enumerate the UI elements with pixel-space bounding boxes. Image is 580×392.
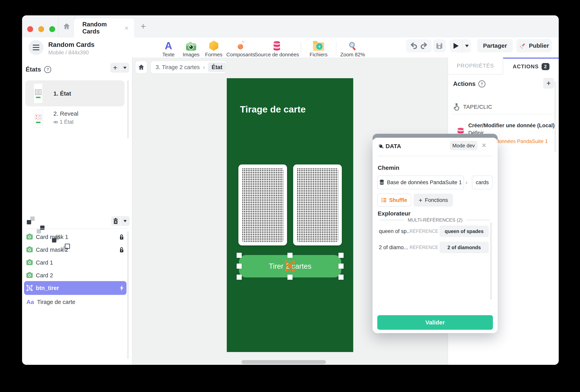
layers-divider	[26, 229, 127, 229]
add-state-button[interactable]: +	[110, 63, 120, 73]
resize-handle-n[interactable]	[288, 253, 292, 258]
window-tab-bar: Random Cards × +	[22, 15, 559, 38]
add-function-button[interactable]: + Fonctions	[414, 194, 453, 207]
canvas-horizontal-scrollbar[interactable]	[242, 360, 326, 364]
tab-random-cards[interactable]: Random Cards ×	[74, 18, 134, 37]
toolbar-item-source-de-donnees[interactable]: Source de données	[255, 39, 298, 58]
explorer-label: Explorateur	[378, 210, 411, 217]
resize-handle-ne[interactable]	[338, 253, 344, 258]
breadcrumb: 3. Tirage 2 cartes › État	[151, 61, 226, 73]
action-item-title[interactable]: Créer/Modifier une donnée (Local)	[468, 123, 555, 129]
image-layer-icon	[26, 273, 33, 278]
publish-button[interactable]: Publier	[516, 39, 552, 52]
resize-handle-nw[interactable]	[237, 253, 242, 258]
play-icon	[453, 43, 459, 49]
chevron-right-icon: ›	[203, 64, 205, 71]
card-pattern	[242, 168, 284, 242]
popup-close-icon[interactable]: ×	[482, 141, 486, 149]
zoom-control[interactable]: Zoom 82%	[331, 39, 374, 58]
breadcrumb-state[interactable]: État	[208, 62, 226, 72]
states-scrollbar[interactable]	[127, 80, 129, 138]
state-options-button[interactable]	[120, 63, 129, 73]
multi-references-divider: MULTI-RÉFÉRENCES (2)	[380, 217, 490, 223]
actions-bolt-icon	[119, 285, 124, 291]
breadcrumb-home-button[interactable]	[136, 61, 147, 73]
dynamic-data-marker[interactable]	[286, 261, 294, 271]
layers-scrollbar[interactable]	[127, 231, 129, 359]
reference-value-button[interactable]: 2 of diamonds	[439, 242, 489, 253]
help-icon[interactable]: ?	[478, 80, 485, 88]
folder-icon: +	[313, 43, 324, 51]
text-layer-icon: Aa	[26, 299, 34, 305]
minimize-window-button[interactable]	[38, 26, 44, 32]
undo-button[interactable]	[410, 42, 418, 50]
image-layer-icon	[26, 234, 33, 240]
history-buttons	[406, 39, 432, 52]
new-tab-button[interactable]: +	[136, 15, 150, 37]
header: Random Cards Mobile / 844x390 A Texte Im…	[22, 37, 559, 58]
redo-button[interactable]	[420, 42, 428, 50]
panel-scrollbar[interactable]	[554, 81, 556, 152]
trigger-tap-click[interactable]: TAPE/CLIC	[453, 103, 492, 111]
resize-handle-se[interactable]	[338, 274, 344, 280]
save-button[interactable]	[433, 39, 446, 52]
selected-element: Tirer 2 cartes	[239, 255, 341, 277]
divider	[451, 114, 556, 114]
home-tab-button[interactable]	[58, 15, 75, 37]
layer-row-card-1[interactable]: Card 1	[24, 257, 127, 268]
layer-row-card-mask-1[interactable]: Card mask 1	[24, 231, 127, 243]
maximize-window-button[interactable]	[49, 26, 55, 32]
play-options-button[interactable]	[463, 39, 471, 52]
tab-proprietes[interactable]: PROPRIÉTÉS	[448, 58, 503, 74]
resize-handle-w[interactable]	[237, 263, 242, 269]
resize-handle-e[interactable]	[338, 263, 344, 269]
reference-row: queen of sp... RÉFÉRENCE queen of spades	[379, 226, 491, 237]
list-icon	[381, 198, 387, 203]
divider	[377, 156, 493, 156]
breadcrumb-page[interactable]: 3. Tirage 2 cartes	[156, 64, 200, 71]
lock-icon[interactable]	[119, 234, 124, 240]
path-root-button[interactable]: Base de données PandaSuite 1	[377, 175, 464, 189]
left-panel: États ? + 1. État ♣♥♠♦ 2. Reveal	[22, 58, 132, 365]
tab-close-icon[interactable]: ×	[125, 24, 129, 32]
project-format: Mobile / 844x390	[48, 50, 89, 56]
help-icon[interactable]: ?	[44, 66, 51, 73]
actions-count-badge: 2	[542, 63, 550, 70]
send-backward-button[interactable]	[26, 216, 35, 225]
layer-row-card-2[interactable]: Card 2	[24, 270, 127, 281]
phone-artboard[interactable]: Tirage de carte Tirer 2 cartes	[227, 78, 353, 352]
share-button[interactable]: Partager	[477, 39, 513, 52]
reference-value-button[interactable]: queen of spades	[439, 226, 489, 237]
trash-icon	[113, 218, 118, 224]
shuffle-function-chip[interactable]: Shuffle	[377, 194, 411, 207]
delete-layer-button[interactable]	[111, 216, 120, 226]
tab-actions[interactable]: ACTIONS 2	[503, 58, 559, 74]
close-window-button[interactable]	[27, 26, 33, 32]
layer-row-tirage-de-carte[interactable]: Aa Tirage de carte	[24, 296, 127, 308]
lock-icon[interactable]	[119, 247, 124, 253]
plus-icon: +	[419, 196, 423, 204]
database-small-icon	[379, 179, 384, 185]
resize-handle-s[interactable]	[288, 274, 292, 280]
state-item-2[interactable]: ♣♥♠♦ 2. Reveal 1 État	[25, 107, 125, 131]
card-back-1[interactable]	[238, 164, 287, 246]
tap-hand-icon	[453, 103, 459, 111]
layer-row-card-mask-2[interactable]: Card mask 2	[24, 244, 127, 256]
play-button[interactable]	[450, 39, 463, 52]
mode-dev-button[interactable]: Mode dev	[450, 141, 477, 150]
reference-row: 2 of diamo... RÉFÉRENCE 2 of diamonds	[379, 242, 491, 253]
popup-title: DATA	[386, 143, 401, 149]
magnifier-icon	[348, 39, 357, 51]
state-item-1[interactable]: 1. État	[25, 80, 125, 106]
popup-scrollbar[interactable]	[490, 222, 492, 300]
card-back-2[interactable]	[293, 164, 342, 246]
add-action-button[interactable]: +	[543, 78, 554, 89]
flask-icon	[236, 39, 246, 51]
layer-options-button[interactable]	[121, 216, 130, 226]
validate-button[interactable]: Valider	[377, 315, 493, 330]
layer-row-btn-tirer[interactable]: btn_tirer	[24, 281, 127, 295]
main-menu-button[interactable]	[28, 40, 43, 55]
path-child-button[interactable]: cards	[472, 175, 493, 189]
resize-handle-sw[interactable]	[237, 274, 242, 280]
canvas-title-text[interactable]: Tirage de carte	[240, 104, 306, 115]
